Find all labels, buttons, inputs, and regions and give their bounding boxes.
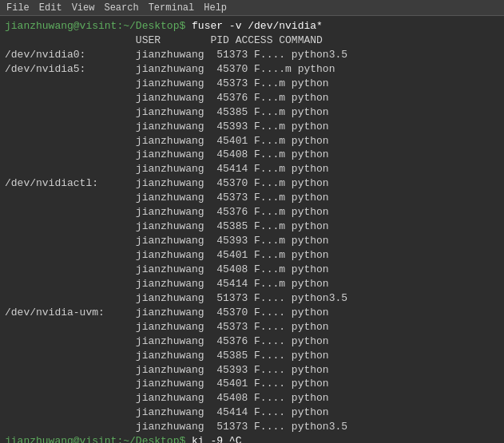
line-2: USER PID ACCESS COMMAND xyxy=(5,34,499,48)
line-20: jianzhuwang 51373 F.... python3.5 xyxy=(5,291,499,306)
menu-file[interactable]: File xyxy=(6,2,30,14)
line-3: /dev/nvidia0: jianzhuwang 51373 F.... py… xyxy=(5,48,499,62)
menu-view[interactable]: View xyxy=(72,2,95,14)
terminal-window: File Edit View Search Terminal Help jian… xyxy=(0,0,504,443)
title-bar: File Edit View Search Terminal Help xyxy=(0,0,504,16)
line-21: /dev/nvidia-uvm: jianzhuwang 45370 F....… xyxy=(5,306,499,320)
line-8: jianzhuwang 45393 F...m python xyxy=(5,120,499,134)
line-6: jianzhuwang 45376 F...m python xyxy=(5,91,499,105)
line-9: jianzhuwang 45401 F...m python xyxy=(5,134,499,148)
menu-bar: File Edit View Search Terminal Help xyxy=(6,0,227,15)
menu-terminal[interactable]: Terminal xyxy=(149,2,195,14)
line-10: jianzhuwang 45408 F...m python xyxy=(5,148,499,162)
line-17: jianzhuwang 45401 F...m python xyxy=(5,248,499,263)
terminal-content[interactable]: jianzhuwang@visint:~/Desktop$ fuser -v /… xyxy=(0,16,504,443)
line-12: /dev/nvidiactl: jianzhuwang 45370 F...m … xyxy=(5,176,499,191)
cmd-2: ki -9 ^C xyxy=(185,435,241,443)
line-27: jianzhuwang 45408 F.... python xyxy=(5,391,499,405)
menu-help[interactable]: Help xyxy=(204,2,227,14)
prompt-2: jianzhuwang@visint:~/Desktop$ xyxy=(5,435,185,443)
line-7: jianzhuwang 45385 F...m python xyxy=(5,105,499,120)
line-14: jianzhuwang 45376 F...m python xyxy=(5,205,499,220)
line-23: jianzhuwang 45376 F.... python xyxy=(5,334,499,349)
prompt-1: jianzhuwang@visint:~/Desktop$ xyxy=(5,20,185,32)
line-22: jianzhuwang 45373 F.... python xyxy=(5,320,499,334)
line-16: jianzhuwang 45393 F...m python xyxy=(5,234,499,248)
line-1: jianzhuwang@visint:~/Desktop$ fuser -v /… xyxy=(5,19,499,34)
line-18: jianzhuwang 45408 F...m python xyxy=(5,263,499,277)
line-11: jianzhuwang 45414 F...m python xyxy=(5,162,499,176)
line-13: jianzhuwang 45373 F...m python xyxy=(5,191,499,205)
line-4: /dev/nvidia5: jianzhuwang 45370 F....m p… xyxy=(5,62,499,77)
cmd-1: fuser -v /dev/nvidia* xyxy=(185,20,323,32)
menu-search[interactable]: Search xyxy=(104,2,138,14)
line-30: jianzhuwang@visint:~/Desktop$ ki -9 ^C xyxy=(5,434,499,443)
menu-edit[interactable]: Edit xyxy=(39,2,62,14)
line-5: jianzhuwang 45373 F...m python xyxy=(5,77,499,91)
line-19: jianzhuwang 45414 F...m python xyxy=(5,277,499,291)
line-15: jianzhuwang 45385 F...m python xyxy=(5,220,499,234)
line-28: jianzhuwang 45414 F.... python xyxy=(5,405,499,420)
line-29: jianzhuwang 51373 F.... python3.5 xyxy=(5,420,499,434)
line-26: jianzhuwang 45401 F.... python xyxy=(5,377,499,391)
line-25: jianzhuwang 45393 F.... python xyxy=(5,363,499,378)
line-24: jianzhuwang 45385 F.... python xyxy=(5,349,499,363)
